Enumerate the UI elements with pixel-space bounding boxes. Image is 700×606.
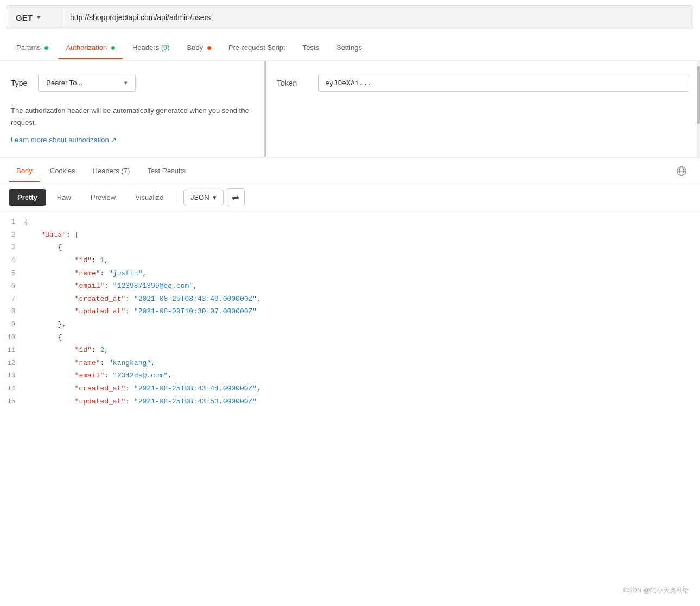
resp-tab-headers[interactable]: Headers (7) [85, 160, 138, 182]
code-line-1: 1 { [0, 216, 700, 229]
json-dropdown-chevron: ▾ [213, 193, 217, 201]
tab-params[interactable]: Params [9, 37, 56, 59]
headers-badge: (9) [161, 43, 170, 52]
code-line-5: 5 "name": "justin", [0, 267, 700, 280]
format-bar: Pretty Raw Preview Visualize JSON ▾ ⇌ [0, 184, 700, 211]
url-bar: GET ▾ [7, 5, 693, 29]
token-row: Token [277, 74, 689, 92]
auth-panel: Type Bearer To... ▾ The authorization he… [0, 61, 700, 157]
code-line-11: 11 "id": 2, [0, 344, 700, 357]
type-label: Type [11, 79, 27, 87]
auth-left: Type Bearer To... ▾ The authorization he… [0, 61, 266, 157]
json-code-block: 1 { 2 "data": [ 3 { 4 "id": 1, 5 "name":… [0, 211, 700, 412]
json-format-label: JSON [190, 193, 209, 201]
token-input[interactable] [318, 74, 689, 92]
resp-tab-right [672, 166, 691, 176]
tab-headers[interactable]: Headers (9) [125, 37, 177, 59]
code-line-9: 9 }, [0, 318, 700, 331]
type-chevron: ▾ [124, 79, 128, 86]
url-input[interactable] [61, 13, 693, 22]
resp-tab-body[interactable]: Body [9, 160, 40, 182]
method-label: GET [16, 13, 33, 22]
tab-authorization[interactable]: Authorization [58, 37, 123, 59]
auth-description: The authorization header will be automat… [11, 105, 253, 129]
type-value: Bearer To... [46, 79, 82, 87]
method-chevron: ▾ [37, 14, 40, 21]
watermark: CSDN @陆小天奥利给 [623, 586, 689, 595]
scrollbar-thumb[interactable] [697, 66, 700, 124]
token-label: Token [277, 79, 309, 87]
fmt-tab-pretty[interactable]: Pretty [9, 189, 46, 206]
fmt-tab-raw[interactable]: Raw [48, 189, 80, 206]
response-section: Body Cookies Headers (7) Test Results Pr… [0, 157, 700, 412]
code-line-15: 15 "updated_at": "2021-08-25T08:43:53.00… [0, 395, 700, 408]
code-line-10: 10 { [0, 331, 700, 344]
json-format-dropdown[interactable]: JSON ▾ [183, 190, 224, 205]
fmt-tab-preview[interactable]: Preview [82, 189, 124, 206]
request-tabs: Params Authorization Headers (9) Body Pr… [0, 35, 700, 61]
auth-right: Token [266, 61, 700, 157]
code-line-12: 12 "name": "kangkang", [0, 357, 700, 370]
response-tabs: Body Cookies Headers (7) Test Results [0, 158, 700, 184]
authorization-dot [111, 46, 115, 50]
format-separator [176, 191, 177, 204]
type-dropdown[interactable]: Bearer To... ▾ [38, 74, 136, 92]
code-line-2: 2 "data": [ [0, 229, 700, 242]
type-row: Type Bearer To... ▾ [11, 74, 253, 92]
resp-tab-cookies[interactable]: Cookies [42, 160, 83, 182]
scrollbar-track [697, 61, 700, 157]
auth-learn-more-link[interactable]: Learn more about authorization ↗ [11, 136, 117, 144]
body-dot [207, 46, 211, 50]
code-line-13: 13 "email": "2342ds@.com", [0, 369, 700, 382]
fmt-tab-visualize[interactable]: Visualize [126, 189, 172, 206]
code-line-4: 4 "id": 1, [0, 254, 700, 267]
tab-tests[interactable]: Tests [295, 37, 327, 59]
code-line-8: 8 "updated_at": "2021-08-09T10:30:07.000… [0, 305, 700, 318]
tab-settings[interactable]: Settings [329, 37, 370, 59]
resp-tab-test-results[interactable]: Test Results [139, 160, 193, 182]
code-line-7: 7 "created_at": "2021-08-25T08:43:49.000… [0, 293, 700, 306]
code-line-14: 14 "created_at": "2021-08-25T08:43:44.00… [0, 382, 700, 395]
tab-pre-request-script[interactable]: Pre-request Script [221, 37, 293, 59]
method-selector[interactable]: GET ▾ [7, 6, 61, 29]
wrap-button[interactable]: ⇌ [226, 188, 245, 206]
code-line-3: 3 { [0, 241, 700, 254]
code-line-6: 6 "email": "1239871399@qq.com", [0, 280, 700, 293]
params-dot [44, 46, 48, 50]
globe-icon[interactable] [676, 166, 687, 176]
tab-body[interactable]: Body [180, 37, 219, 59]
